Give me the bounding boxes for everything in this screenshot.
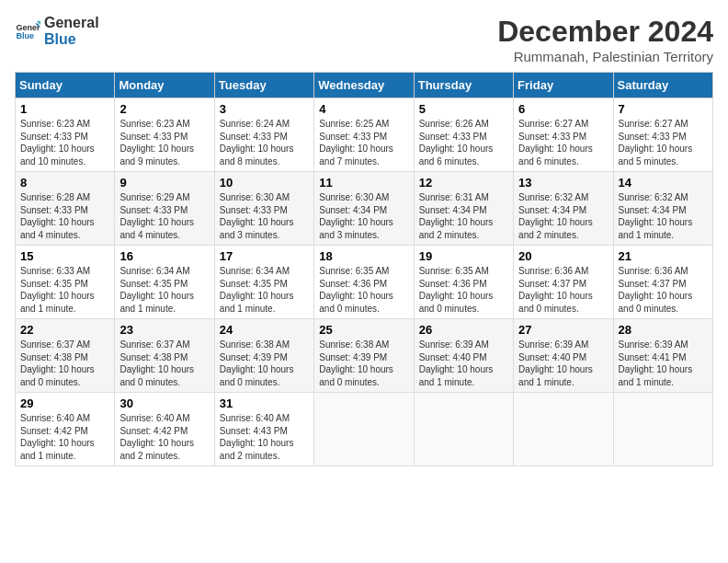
day-detail: Sunrise: 6:36 AMSunset: 4:37 PMDaylight:… <box>518 266 593 314</box>
day-number: 17 <box>220 249 309 263</box>
day-detail: Sunrise: 6:39 AMSunset: 4:40 PMDaylight:… <box>419 339 494 387</box>
calendar-cell: 7Sunrise: 6:27 AMSunset: 4:33 PMDaylight… <box>613 98 712 172</box>
day-detail: Sunrise: 6:35 AMSunset: 4:36 PMDaylight:… <box>419 266 494 314</box>
day-number: 25 <box>319 323 408 337</box>
calendar-cell: 11Sunrise: 6:30 AMSunset: 4:34 PMDayligh… <box>314 172 414 246</box>
calendar-cell: 16Sunrise: 6:34 AMSunset: 4:35 PMDayligh… <box>115 246 214 319</box>
day-number: 31 <box>220 396 309 410</box>
day-detail: Sunrise: 6:39 AMSunset: 4:41 PMDaylight:… <box>619 339 693 387</box>
day-detail: Sunrise: 6:37 AMSunset: 4:38 PMDaylight:… <box>119 339 194 387</box>
day-detail: Sunrise: 6:30 AMSunset: 4:33 PMDaylight:… <box>220 192 294 240</box>
calendar-cell: 3Sunrise: 6:24 AMSunset: 4:33 PMDaylight… <box>214 98 313 172</box>
calendar-cell: 27Sunrise: 6:39 AMSunset: 4:40 PMDayligh… <box>514 319 613 393</box>
day-number: 27 <box>518 323 608 337</box>
day-detail: Sunrise: 6:34 AMSunset: 4:35 PMDaylight:… <box>119 266 194 314</box>
calendar-cell: 29Sunrise: 6:40 AMSunset: 4:42 PMDayligh… <box>16 393 115 466</box>
day-detail: Sunrise: 6:32 AMSunset: 4:34 PMDaylight:… <box>518 192 593 240</box>
calendar-cell: 4Sunrise: 6:25 AMSunset: 4:33 PMDaylight… <box>314 98 414 172</box>
logo: General Blue General Blue <box>15 15 99 47</box>
day-detail: Sunrise: 6:26 AMSunset: 4:33 PMDaylight:… <box>419 119 494 167</box>
calendar-cell: 24Sunrise: 6:38 AMSunset: 4:39 PMDayligh… <box>214 319 313 393</box>
title-section: December 2024 Rummanah, Palestinian Terr… <box>497 15 713 64</box>
calendar-table: SundayMondayTuesdayWednesdayThursdayFrid… <box>15 72 713 466</box>
day-detail: Sunrise: 6:23 AMSunset: 4:33 PMDaylight:… <box>20 119 95 167</box>
day-detail: Sunrise: 6:29 AMSunset: 4:33 PMDaylight:… <box>119 192 194 240</box>
calendar-cell: 13Sunrise: 6:32 AMSunset: 4:34 PMDayligh… <box>514 172 613 246</box>
day-number: 11 <box>319 176 408 190</box>
day-number: 1 <box>20 102 109 116</box>
day-number: 18 <box>319 249 408 263</box>
day-detail: Sunrise: 6:25 AMSunset: 4:33 PMDaylight:… <box>319 119 393 167</box>
day-number: 5 <box>419 102 508 116</box>
logo-icon: General Blue <box>15 18 40 44</box>
main-title: December 2024 <box>497 15 713 49</box>
day-detail: Sunrise: 6:40 AMSunset: 4:43 PMDaylight:… <box>220 413 294 461</box>
day-number: 6 <box>518 102 608 116</box>
day-number: 12 <box>419 176 508 190</box>
calendar-cell: 14Sunrise: 6:32 AMSunset: 4:34 PMDayligh… <box>613 172 712 246</box>
day-detail: Sunrise: 6:35 AMSunset: 4:36 PMDaylight:… <box>319 266 393 314</box>
day-number: 15 <box>20 249 109 263</box>
day-detail: Sunrise: 6:23 AMSunset: 4:33 PMDaylight:… <box>119 119 194 167</box>
calendar-cell: 17Sunrise: 6:34 AMSunset: 4:35 PMDayligh… <box>214 246 313 319</box>
calendar-cell: 15Sunrise: 6:33 AMSunset: 4:35 PMDayligh… <box>16 246 115 319</box>
column-header-saturday: Saturday <box>613 73 712 98</box>
day-number: 28 <box>619 323 708 337</box>
day-number: 23 <box>119 323 209 337</box>
calendar-cell <box>414 393 513 466</box>
calendar-cell <box>613 393 712 466</box>
day-number: 3 <box>220 102 309 116</box>
day-number: 21 <box>619 249 708 263</box>
calendar-cell: 1Sunrise: 6:23 AMSunset: 4:33 PMDaylight… <box>16 98 115 172</box>
day-number: 30 <box>119 396 209 410</box>
calendar-week-4: 22Sunrise: 6:37 AMSunset: 4:38 PMDayligh… <box>16 319 713 393</box>
day-number: 13 <box>518 176 608 190</box>
day-detail: Sunrise: 6:36 AMSunset: 4:37 PMDaylight:… <box>619 266 693 314</box>
calendar-week-3: 15Sunrise: 6:33 AMSunset: 4:35 PMDayligh… <box>16 246 713 319</box>
day-number: 2 <box>119 102 209 116</box>
day-detail: Sunrise: 6:39 AMSunset: 4:40 PMDaylight:… <box>518 339 593 387</box>
column-header-friday: Friday <box>514 73 613 98</box>
day-detail: Sunrise: 6:37 AMSunset: 4:38 PMDaylight:… <box>20 339 95 387</box>
calendar-week-1: 1Sunrise: 6:23 AMSunset: 4:33 PMDaylight… <box>16 98 713 172</box>
logo-general: General <box>44 15 99 31</box>
calendar-cell: 21Sunrise: 6:36 AMSunset: 4:37 PMDayligh… <box>613 246 712 319</box>
calendar-cell: 10Sunrise: 6:30 AMSunset: 4:33 PMDayligh… <box>214 172 313 246</box>
calendar-cell: 12Sunrise: 6:31 AMSunset: 4:34 PMDayligh… <box>414 172 513 246</box>
calendar-cell: 25Sunrise: 6:38 AMSunset: 4:39 PMDayligh… <box>314 319 414 393</box>
header-row: SundayMondayTuesdayWednesdayThursdayFrid… <box>16 73 713 98</box>
calendar-cell <box>314 393 414 466</box>
day-detail: Sunrise: 6:31 AMSunset: 4:34 PMDaylight:… <box>419 192 494 240</box>
day-number: 10 <box>220 176 309 190</box>
subtitle: Rummanah, Palestinian Territory <box>497 49 713 64</box>
calendar-cell: 20Sunrise: 6:36 AMSunset: 4:37 PMDayligh… <box>514 246 613 319</box>
logo-blue: Blue <box>44 31 99 48</box>
header: General Blue General Blue December 2024 … <box>15 15 713 64</box>
calendar-week-5: 29Sunrise: 6:40 AMSunset: 4:42 PMDayligh… <box>16 393 713 466</box>
column-header-tuesday: Tuesday <box>214 73 313 98</box>
day-detail: Sunrise: 6:33 AMSunset: 4:35 PMDaylight:… <box>20 266 95 314</box>
calendar-cell <box>514 393 613 466</box>
calendar-cell: 22Sunrise: 6:37 AMSunset: 4:38 PMDayligh… <box>16 319 115 393</box>
calendar-cell: 2Sunrise: 6:23 AMSunset: 4:33 PMDaylight… <box>115 98 214 172</box>
day-detail: Sunrise: 6:38 AMSunset: 4:39 PMDaylight:… <box>220 339 294 387</box>
day-detail: Sunrise: 6:30 AMSunset: 4:34 PMDaylight:… <box>319 192 393 240</box>
day-detail: Sunrise: 6:38 AMSunset: 4:39 PMDaylight:… <box>319 339 393 387</box>
day-number: 9 <box>119 176 209 190</box>
day-number: 22 <box>20 323 109 337</box>
calendar-cell: 9Sunrise: 6:29 AMSunset: 4:33 PMDaylight… <box>115 172 214 246</box>
calendar-cell: 5Sunrise: 6:26 AMSunset: 4:33 PMDaylight… <box>414 98 513 172</box>
day-detail: Sunrise: 6:40 AMSunset: 4:42 PMDaylight:… <box>119 413 194 461</box>
day-number: 16 <box>119 249 209 263</box>
calendar-cell: 18Sunrise: 6:35 AMSunset: 4:36 PMDayligh… <box>314 246 414 319</box>
day-number: 26 <box>419 323 508 337</box>
day-number: 20 <box>518 249 608 263</box>
day-number: 19 <box>419 249 508 263</box>
day-detail: Sunrise: 6:28 AMSunset: 4:33 PMDaylight:… <box>20 192 95 240</box>
day-number: 4 <box>319 102 408 116</box>
column-header-wednesday: Wednesday <box>314 73 414 98</box>
day-number: 14 <box>619 176 708 190</box>
day-detail: Sunrise: 6:40 AMSunset: 4:42 PMDaylight:… <box>20 413 95 461</box>
day-detail: Sunrise: 6:24 AMSunset: 4:33 PMDaylight:… <box>220 119 294 167</box>
calendar-cell: 6Sunrise: 6:27 AMSunset: 4:33 PMDaylight… <box>514 98 613 172</box>
